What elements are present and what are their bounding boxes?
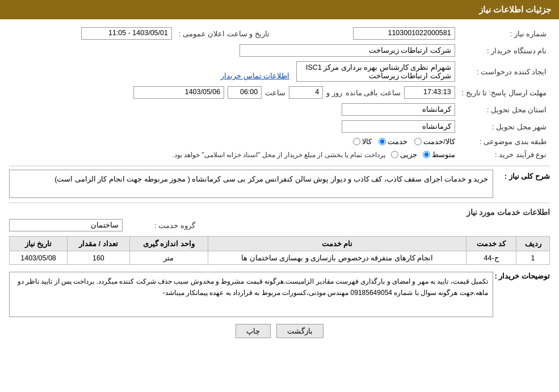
radio-service[interactable]: خدمت bbox=[379, 137, 407, 146]
deadline-date: 1403/05/06 bbox=[133, 86, 224, 99]
radio-medium-input[interactable] bbox=[423, 151, 430, 158]
col-row: ردیف bbox=[516, 237, 550, 251]
service-section-title: اطلاعات خدمات مورد نیاز bbox=[9, 208, 550, 217]
deadline-days-label: روز و bbox=[326, 88, 342, 97]
deadline-days: 4 bbox=[289, 86, 323, 99]
description-label: شرح کلی نیاز : bbox=[499, 170, 550, 180]
radio-service-label: خدمت bbox=[388, 137, 407, 146]
process-label: نوع فرآیند خرید : bbox=[459, 148, 550, 161]
announce-date-cell: 1403/05/01 - 11:05 bbox=[9, 25, 175, 42]
deadline-label: مهلت ارسال پاسخ: تا تاریخ : bbox=[459, 84, 550, 101]
main-content: شماره نیاز : 1103001022000581 تاریخ و سا… bbox=[0, 19, 559, 348]
announce-date-label: تاریخ و ساعت اعلان عمومی : bbox=[175, 25, 273, 42]
process-cell: متوسط جزیی پرداخت تمام یا بخشی از مبلغ خ… bbox=[9, 148, 459, 161]
radio-service-input[interactable] bbox=[379, 138, 386, 145]
radio-service-goods-label: کالا/خدمت bbox=[423, 137, 455, 146]
info-table: شماره نیاز : 1103001022000581 تاریخ و سا… bbox=[9, 25, 550, 161]
radio-medium[interactable]: متوسط bbox=[423, 150, 455, 159]
deadline-remaining: 17:43:13 bbox=[404, 86, 455, 99]
col-name: نام خدمت bbox=[208, 237, 466, 251]
footer-buttons: بازگشت چاپ bbox=[9, 324, 550, 338]
radio-service-goods-input[interactable] bbox=[414, 138, 422, 145]
deadline-remaining-label: ساعت باقی مانده bbox=[346, 88, 401, 97]
cell-date: 1403/05/08 bbox=[10, 251, 68, 265]
deadline-cell: 17:43:13 ساعت باقی مانده روز و 4 ساعت 06… bbox=[9, 84, 459, 101]
requester-value: شهرام نظری کارشناس بهره برداری مرکز ISC1… bbox=[296, 61, 455, 82]
divider-1 bbox=[9, 166, 550, 166]
deadline-time-label: ساعت bbox=[265, 88, 285, 97]
city-label: شهر محل تحویل : bbox=[459, 118, 550, 135]
print-button[interactable]: چاپ bbox=[236, 324, 271, 338]
divider-2 bbox=[9, 203, 550, 203]
requester-cell: شهرام نظری کارشناس بهره برداری مرکز ISC1… bbox=[9, 59, 459, 84]
city-cell: کرمانشاه bbox=[9, 118, 459, 135]
city-value: کرمانشاه bbox=[342, 120, 455, 133]
cell-unit: متر bbox=[129, 251, 208, 265]
table-row: 1ج-44انجام کارهای متفرقه درخصوص بازسازی … bbox=[10, 251, 550, 265]
buyer-notes-content: تکمیل قیمت، تایید به مهر و امضای و بارگذ… bbox=[9, 272, 493, 317]
col-unit: واحد اندازه گیری bbox=[129, 237, 208, 251]
back-button[interactable]: بازگشت bbox=[276, 324, 323, 338]
col-qty: تعداد / مقدار bbox=[68, 237, 130, 251]
need-number-label: شماره نیاز : bbox=[459, 25, 550, 42]
requester-link[interactable]: اطلاعات تماس خریدار bbox=[221, 72, 289, 80]
cell-quantity: 160 bbox=[68, 251, 130, 265]
page-container: جزئیات اطلاعات نیاز شماره نیاز : 1103001… bbox=[0, 0, 559, 392]
page-header: جزئیات اطلاعات نیاز bbox=[0, 0, 559, 19]
category-label: طبقه بندی موضوعی : bbox=[459, 135, 550, 148]
col-code: کد خدمت bbox=[466, 237, 516, 251]
buyer-org-value: شرکت ارتباطات زیرساخت bbox=[239, 44, 455, 57]
radio-small-input[interactable] bbox=[391, 151, 398, 158]
radio-small[interactable]: جزیی bbox=[391, 150, 417, 159]
need-number-cell: 1103001022000581 bbox=[273, 25, 459, 42]
buyer-notes-section: توضیحات خریدار : تکمیل قیمت، تایید به مه… bbox=[9, 269, 550, 317]
radio-goods-label: کالا bbox=[362, 137, 372, 146]
province-label: استان محل تحویل : bbox=[459, 101, 550, 118]
service-table: ردیف کد خدمت نام خدمت واحد اندازه گیری ت… bbox=[9, 236, 550, 265]
service-group-label: گروه خدمت : bbox=[127, 221, 195, 230]
radio-small-label: جزیی bbox=[400, 150, 417, 159]
requester-label: ایجاد کننده درخواست : bbox=[459, 59, 550, 84]
service-group-row: گروه خدمت : ساختمان bbox=[9, 219, 550, 231]
radio-goods[interactable]: کالا bbox=[353, 137, 372, 146]
page-title: جزئیات اطلاعات نیاز bbox=[479, 5, 551, 14]
radio-service-goods[interactable]: کالا/خدمت bbox=[414, 137, 455, 146]
cell-code: ج-44 bbox=[466, 251, 516, 265]
process-note: پرداخت تمام یا بخشی از مبلغ خریدار از مح… bbox=[172, 151, 385, 159]
description-section: شرح کلی نیاز : خرید و خدمات اجرای سقف کا… bbox=[9, 170, 550, 198]
deadline-time: 06:00 bbox=[228, 86, 262, 99]
cell-row: 1 bbox=[516, 251, 550, 265]
province-value: کرمانشاه bbox=[342, 103, 455, 116]
radio-medium-label: متوسط bbox=[432, 150, 455, 159]
category-cell: کالا/خدمت خدمت کالا bbox=[9, 135, 459, 148]
announce-date-value: 1403/05/01 - 11:05 bbox=[81, 27, 172, 40]
buyer-org-cell: شرکت ارتباطات زیرساخت bbox=[9, 42, 459, 59]
province-cell: کرمانشاه bbox=[9, 101, 459, 118]
radio-goods-input[interactable] bbox=[353, 138, 360, 145]
buyer-org-label: نام دستگاه خریدار : bbox=[459, 42, 550, 59]
cell-name: انجام کارهای متفرقه درخصوص بازسازی و بهس… bbox=[208, 251, 466, 265]
col-date: تاریخ نیاز bbox=[10, 237, 68, 251]
description-content: خرید و خدمات اجرای سقف کاذب، کف کاذب و د… bbox=[9, 170, 493, 198]
need-number-value: 1103001022000581 bbox=[353, 27, 455, 40]
buyer-notes-label: توضیحات خریدار : bbox=[499, 269, 550, 280]
service-group-value: ساختمان bbox=[9, 219, 123, 231]
